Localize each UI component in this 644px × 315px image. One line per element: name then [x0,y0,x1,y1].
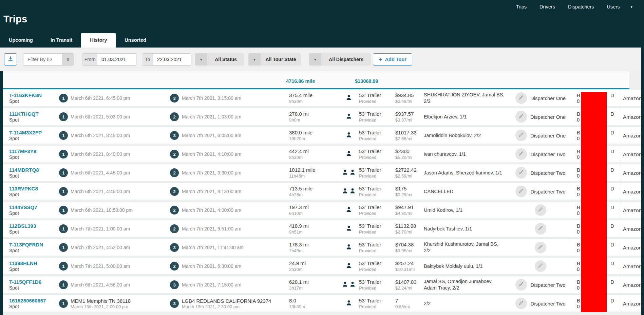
trip-row[interactable]: 114MDRTQ8 Spot 1 March 6th 2021, 4:45:00… [3,164,641,181]
driver-icons [337,164,361,181]
tab-upcoming[interactable]: Upcoming [0,33,42,48]
delivery-stops-badge: 3 [170,94,179,103]
person-icon [342,169,348,177]
trip-id-link[interactable]: 112BSL393 [9,223,57,229]
drivers-names: ivan churavcov, 1/1 [424,146,505,163]
delivery-time: March 7th 2021, 3:30:00 pm [182,170,287,175]
trip-id-link[interactable]: 11398HLNH [9,260,57,266]
trip-id-link[interactable]: 1117MF3Y8 [9,148,57,154]
company-name: Amazon [620,164,644,181]
edit-dispatcher-button[interactable] [515,111,527,123]
table-header: 4716.86 mile $13068.99 [3,71,629,89]
filter-by-id-input[interactable] [23,54,62,65]
driver-icons [337,258,361,275]
trip-id-link[interactable]: T-1163KFK8N [9,92,57,98]
trip-type-label: Spot [9,154,57,160]
trailer-type: 53' Trailer [359,148,395,154]
trailer-type: 53' Trailer [359,130,395,135]
drivers-names: Jason Adams, Sherzod karimov, 1/1 [424,164,505,181]
drivers-names: Khurshid Kushmurotov, Jamal BS, 2/2 [424,239,505,256]
add-tour-button[interactable]: + Add Tour [373,53,412,66]
dispatcher-name: Dispatcher Two [530,301,565,307]
redacted-text-fragment: B [577,298,580,303]
trip-row[interactable]: 1117MF3Y8 Spot 1 March 6th 2021, 8:40:00… [3,145,641,162]
drivers-names: Umid Kodirov, 1/1 [424,202,505,219]
driver-icons [337,239,361,256]
trip-row[interactable]: 112BSL393 Spot 1 March 7th 2021, 1:00:00… [3,220,641,237]
trip-id-link[interactable]: 111KTHGQT [9,111,57,117]
trip-row[interactable]: 1615280660667 Spot 1 MEM1 Memphis TN 381… [3,295,641,312]
redacted-text-fragment: D [610,279,614,285]
download-button[interactable] [4,53,17,66]
trip-row[interactable]: T-115QFF1D6 Spot 1 March 6th 2021, 4:58:… [3,276,641,293]
tab-unsorted[interactable]: Unsorted [116,33,155,48]
nav-users[interactable]: Users [607,4,620,10]
tab-history[interactable]: History [81,33,116,48]
person-icon [349,281,356,289]
delivery-time: March 7th 2021, 11:41:00 am [182,245,287,250]
trip-row[interactable]: T-114M3X2FP Spot 1 March 6th 2021, 8:45:… [3,127,641,144]
redaction-overlay [581,92,607,312]
edit-dispatcher-button[interactable] [515,186,527,197]
from-date-input[interactable] [97,54,136,65]
pickup-stops-badge: 1 [59,262,68,271]
pencil-icon [518,113,524,120]
trip-id-link[interactable]: 1144VSSQ7 [9,204,57,210]
driver-icons [337,146,361,163]
dispatchers-dropdown[interactable]: ▾ All Dispatchers [309,53,371,66]
status-dropdown[interactable]: ▾ All Status [195,53,244,66]
trip-row[interactable]: T-113FQFRDN Spot 1 March 7th 2021, 4:52:… [3,239,641,256]
driver-icons [337,295,361,312]
pencil-icon [518,151,524,158]
trip-id-link[interactable]: T-114M3X2FP [9,130,57,135]
pencil-icon [538,225,543,232]
redacted-text-fragment: B [577,111,580,117]
trailer-type: 53' Trailer [359,279,395,285]
nav-dispatchers[interactable]: Dispatchers [568,4,594,10]
driver-icons [337,202,361,219]
redacted-text-fragment: D [610,111,614,117]
trip-type-label: Spot [9,285,57,291]
person-icon [345,113,352,121]
trip-distance: 278.0 mi [289,111,337,117]
edit-dispatcher-button[interactable] [515,148,527,160]
redacted-text-fragment: D [610,130,614,135]
edit-dispatcher-button[interactable] [515,167,527,179]
nav-trips[interactable]: Trips [516,4,527,10]
scrollbar-strip[interactable] [641,48,644,315]
trip-row[interactable]: T-1163KFK8N Spot 1 March 6th 2021, 6:45:… [3,89,641,106]
table-body: T-1163KFK8N Spot 1 March 6th 2021, 6:45:… [3,89,641,313]
trip-id-link[interactable]: 1615280660667 [9,298,57,303]
app-header: Trips Drivers Dispatchers Users ▾ Trips … [0,0,644,48]
clear-filter-button[interactable]: X [62,54,74,65]
trip-id-link[interactable]: T-115QFF1D6 [9,279,57,285]
trip-row[interactable]: 11398HLNH Spot 1 March 7th 2021, 5:00:00… [3,257,641,274]
edit-dispatcher-button[interactable] [535,242,546,253]
tour-state-dropdown[interactable]: ▾ All Tour State [248,53,301,66]
trip-id-link[interactable]: 114MDRTQ8 [9,167,57,173]
edit-dispatcher-button[interactable] [515,92,527,104]
trip-type-label: Spot [9,304,57,309]
company-name: Amazon [620,239,644,256]
edit-dispatcher-button[interactable] [535,204,546,216]
edit-dispatcher-button[interactable] [535,223,546,235]
tab-in-transit[interactable]: In Transit [42,33,81,48]
edit-dispatcher-button[interactable] [515,279,527,291]
company-name: Amazon [620,127,644,144]
trip-id-link[interactable]: 113RVPKC8 [9,186,57,191]
edit-dispatcher-button[interactable] [515,298,527,309]
chevron-down-icon[interactable]: ▾ [630,5,632,9]
tab-bar: Upcoming In Transit History Unsorted [0,33,155,48]
pickup-stops-badge: 1 [59,243,68,252]
trip-type-label: Spot [9,192,57,197]
edit-dispatcher-button[interactable] [515,130,527,141]
trip-row[interactable]: 113RVPKC8 Spot 1 March 6th 2021, 4:45:00… [3,183,641,200]
trip-id-link[interactable]: T-113FQFRDN [9,242,57,247]
pickup-time: March 6th 2021, 5:03:00 pm [71,114,166,119]
edit-dispatcher-button[interactable] [535,260,546,272]
trip-row[interactable]: 1144VSSQ7 Spot 1 March 6th 2021, 10:50:0… [3,201,641,218]
pickup-time: March 6th 2021, 8:45:00 pm [71,133,166,138]
nav-drivers[interactable]: Drivers [539,4,555,10]
to-date-input[interactable] [153,54,191,65]
trip-row[interactable]: 111KTHGQT Spot 1 March 6th 2021, 5:03:00… [3,108,641,125]
